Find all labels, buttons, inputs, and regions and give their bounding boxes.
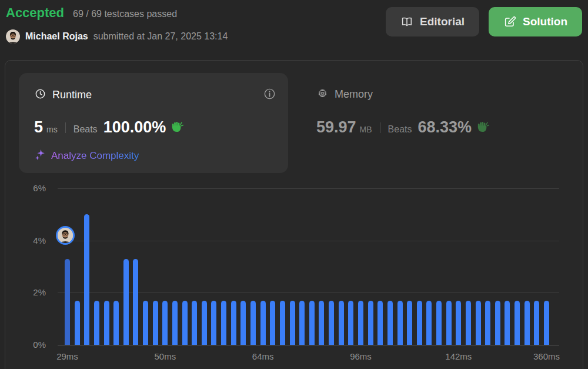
- chart-bar[interactable]: [446, 301, 452, 345]
- chart-bar[interactable]: [534, 301, 539, 345]
- runtime-unit: ms: [46, 125, 58, 134]
- chart-bar[interactable]: [544, 301, 549, 345]
- chart-bar[interactable]: [319, 301, 324, 345]
- header-buttons: Editorial Solution: [386, 7, 582, 36]
- chart-bar[interactable]: [397, 301, 403, 345]
- submitted-at: submitted at Jan 27, 2025 13:14: [93, 31, 228, 42]
- clock-icon: [34, 88, 46, 102]
- chart-bar[interactable]: [211, 301, 216, 345]
- chart-bar-user[interactable]: [65, 259, 70, 345]
- chart-bar[interactable]: [417, 301, 422, 345]
- chart-bar[interactable]: [221, 301, 226, 345]
- chart-avatar-marker: [56, 226, 75, 245]
- runtime-value-row: 5 ms Beats 100.00%: [34, 118, 274, 137]
- runtime-beats-value: 100.00%: [103, 118, 166, 137]
- chart-bar[interactable]: [172, 301, 178, 345]
- x-axis-label: 64ms: [252, 351, 274, 361]
- chart-bar[interactable]: [162, 301, 168, 345]
- chart-bar[interactable]: [260, 301, 266, 345]
- runtime-title: Runtime: [52, 89, 92, 101]
- chart-bar[interactable]: [290, 301, 295, 345]
- chart-bar[interactable]: [514, 301, 520, 345]
- analyze-complexity-link[interactable]: Analyze Complexity: [34, 148, 274, 163]
- chart-bar[interactable]: [524, 301, 530, 345]
- chart-bar[interactable]: [309, 301, 315, 345]
- memory-beats-label: Beats: [388, 124, 412, 135]
- submission-status-row: Accepted 69 / 69 testcases passed: [6, 5, 177, 21]
- runtime-chart: 6%4%2%0%29ms50ms64ms96ms142ms360ms: [5, 178, 583, 369]
- chart-bar[interactable]: [104, 301, 109, 345]
- chart-gridline: [58, 241, 559, 241]
- memory-beats-value: 68.33%: [418, 118, 472, 137]
- analyze-complexity-label: Analyze Complexity: [51, 150, 139, 162]
- chart-bar[interactable]: [436, 301, 442, 345]
- chart-bar[interactable]: [299, 301, 305, 345]
- chart-bar[interactable]: [339, 301, 344, 345]
- chart-bar[interactable]: [456, 301, 461, 345]
- chart-bar[interactable]: [358, 301, 363, 345]
- y-axis-label: 0%: [20, 340, 46, 350]
- chart-bar[interactable]: [387, 301, 393, 345]
- runtime-card[interactable]: Runtime 5 ms Beats 100.00%: [19, 73, 288, 173]
- x-axis-label: 360ms: [533, 351, 560, 361]
- divider: [65, 122, 66, 133]
- x-axis-label: 50ms: [154, 351, 176, 361]
- chart-bar[interactable]: [133, 259, 138, 345]
- chart-bar[interactable]: [485, 301, 490, 345]
- x-axis-label: 29ms: [56, 351, 78, 361]
- divider: [380, 122, 380, 133]
- chart-bar[interactable]: [202, 301, 207, 345]
- runtime-title-row: Runtime: [34, 88, 274, 102]
- y-axis-label: 4%: [20, 235, 46, 245]
- chart-bar[interactable]: [123, 259, 129, 345]
- memory-unit: MB: [360, 125, 372, 134]
- info-icon[interactable]: [263, 87, 276, 101]
- chart-bar[interactable]: [231, 301, 236, 345]
- chart-gridline: [58, 345, 559, 345]
- chart-bar[interactable]: [240, 301, 246, 345]
- y-axis-label: 2%: [20, 287, 46, 297]
- chart-bar[interactable]: [84, 214, 89, 345]
- memory-title-row: Memory: [316, 87, 490, 102]
- editorial-button-label: Editorial: [420, 15, 465, 28]
- accepted-status: Accepted: [6, 5, 64, 21]
- chart-bar[interactable]: [407, 301, 412, 345]
- testcases-passed: 69 / 69 testcases passed: [73, 9, 177, 19]
- x-axis-label: 96ms: [350, 351, 372, 361]
- chart-bar[interactable]: [75, 301, 80, 345]
- editorial-button[interactable]: Editorial: [386, 7, 479, 36]
- chart-bar[interactable]: [270, 301, 275, 345]
- book-icon: [400, 15, 413, 28]
- y-axis-label: 6%: [20, 183, 46, 193]
- chip-icon: [316, 87, 329, 102]
- memory-section[interactable]: Memory 59.97 MB Beats 68.33%: [316, 87, 490, 137]
- user-avatar: [6, 29, 20, 44]
- chart-bar[interactable]: [250, 301, 256, 345]
- chart-bar[interactable]: [143, 301, 148, 345]
- results-panel: Runtime 5 ms Beats 100.00%: [5, 60, 583, 369]
- memory-value-row: 59.97 MB Beats 68.33%: [316, 118, 490, 137]
- chart-bar[interactable]: [426, 301, 432, 345]
- chart-bar[interactable]: [466, 301, 471, 345]
- sparkles-icon: [34, 148, 46, 163]
- chart-bar[interactable]: [495, 301, 500, 345]
- solution-button[interactable]: Solution: [489, 7, 582, 36]
- solution-button-label: Solution: [523, 15, 567, 28]
- chart-gridline: [58, 188, 559, 189]
- submission-user-row: Michael Rojas submitted at Jan 27, 2025 …: [6, 29, 228, 44]
- chart-bar[interactable]: [348, 301, 353, 345]
- runtime-beats-label: Beats: [74, 124, 98, 135]
- memory-value: 59.97: [316, 118, 356, 137]
- chart-bar[interactable]: [113, 301, 119, 345]
- chart-bar[interactable]: [377, 301, 383, 345]
- chart-bar[interactable]: [329, 301, 334, 345]
- chart-bar[interactable]: [182, 301, 188, 345]
- chart-bar[interactable]: [94, 301, 99, 345]
- chart-bar[interactable]: [505, 301, 510, 345]
- clap-icon: [171, 119, 184, 135]
- chart-bar[interactable]: [476, 301, 481, 345]
- chart-bar[interactable]: [280, 301, 285, 345]
- chart-bar[interactable]: [192, 301, 197, 345]
- chart-bar[interactable]: [368, 301, 373, 345]
- chart-bar[interactable]: [153, 301, 158, 345]
